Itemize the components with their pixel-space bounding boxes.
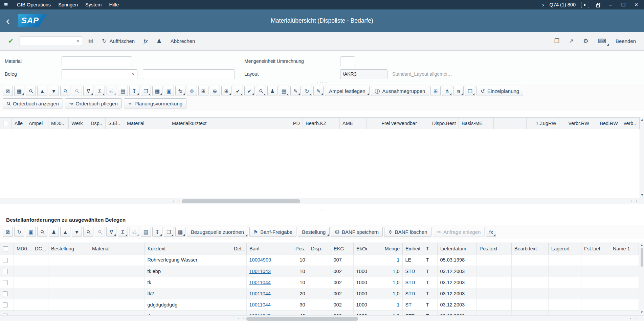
grid1-vertical-scrollbar[interactable]: ▲ ▼ xyxy=(640,117,644,198)
filter-icon[interactable]: ∇ xyxy=(83,86,93,96)
scrollbar-thumb[interactable] xyxy=(246,317,358,321)
table-row[interactable]: tk 10011045 40 002 1000 1,0 STD T 03.1 xyxy=(0,310,639,315)
col-banf[interactable]: Banf xyxy=(247,243,292,254)
bezugsquelle-zuordnen-button[interactable]: Bezugsquelle zuordnen xyxy=(187,227,248,237)
banf-link[interactable]: 10011045 xyxy=(249,313,271,316)
col-dc[interactable]: DC... xyxy=(32,243,48,254)
col-bestellung[interactable]: Bestellung xyxy=(48,243,89,254)
row-checkbox[interactable] xyxy=(3,258,8,263)
close-grid-icon[interactable]: ⊠ xyxy=(3,86,13,96)
menu-gib-operations[interactable]: GIB Operations xyxy=(13,2,54,7)
settings-icon[interactable]: ⚙ xyxy=(580,36,591,47)
gui-options-icon[interactable]: ⌨ xyxy=(595,36,609,47)
col-ekg[interactable]: EKG xyxy=(331,243,354,254)
mass-check-icon[interactable]: ✔ xyxy=(244,86,254,96)
banf-link[interactable]: 10011044 xyxy=(249,280,271,285)
filter-icon[interactable]: ∇ xyxy=(106,227,116,237)
scrollbar-thumb[interactable] xyxy=(641,248,643,267)
print-icon[interactable]: ▤ xyxy=(118,86,128,96)
scroll-down-icon[interactable]: ▼ xyxy=(640,194,644,197)
expand-icon[interactable]: ⊕ xyxy=(210,86,220,96)
scroll-right-icon[interactable]: › xyxy=(634,200,639,203)
sort-desc-icon[interactable]: ▼ xyxy=(72,227,82,237)
subtotal-icon[interactable]: ½ xyxy=(129,227,139,237)
chart-icon[interactable]: ≋ xyxy=(453,86,464,96)
formula-icon[interactable]: fx xyxy=(486,227,496,237)
new-session-icon[interactable]: ❐ xyxy=(552,36,562,47)
col-frei-verwendbar[interactable]: Frei verwendbar xyxy=(367,118,420,129)
subtotal-icon[interactable]: ½ xyxy=(106,86,116,96)
orderbuch-anzeigen-button[interactable]: ⚲Orderbuch anzeigen xyxy=(3,98,63,108)
row-checkbox[interactable] xyxy=(3,314,8,315)
refresh-button[interactable]: ↻ Auffrischen xyxy=(99,36,137,47)
row-checkbox[interactable] xyxy=(3,302,8,307)
table-row[interactable]: Rohrverlegung Wasser 10004909 10 007 1 L… xyxy=(0,254,639,266)
check-icon[interactable]: ✔ xyxy=(233,86,243,96)
col-bed-rw[interactable]: Bed.RW xyxy=(592,118,621,129)
col-bestrw[interactable] xyxy=(494,118,527,129)
scroll-down-icon[interactable]: ▼ xyxy=(639,311,644,314)
scroll-left-icon[interactable]: ‹ xyxy=(628,200,634,203)
overflow-chevron-icon[interactable]: › xyxy=(542,1,544,8)
scroll-right-icon[interactable]: › xyxy=(633,317,639,320)
grid2-vertical-scrollbar[interactable]: ▲ ▼ xyxy=(639,243,644,315)
close-button[interactable]: ✕ xyxy=(632,2,640,7)
close-grid-icon[interactable]: ⊠ xyxy=(3,227,13,237)
scroll-left-icon[interactable]: ‹ xyxy=(236,317,241,320)
sum-icon[interactable]: Σ xyxy=(118,227,128,237)
unlock-icon[interactable] xyxy=(595,1,601,8)
grid2-horizontal-scrollbar[interactable]: ‹ › ‹ › xyxy=(0,315,644,321)
layout-input[interactable] xyxy=(340,69,387,79)
col-lagerort[interactable]: Lagerort xyxy=(549,243,581,254)
sort-asc-icon[interactable]: ▲ xyxy=(37,86,47,96)
row-checkbox[interactable] xyxy=(3,280,8,285)
banf-link[interactable]: 10011043 xyxy=(249,269,271,274)
grid-splitter[interactable] xyxy=(0,204,644,215)
scroll-right-icon[interactable]: › xyxy=(241,317,246,320)
sum-icon[interactable]: Σ xyxy=(95,86,105,96)
partners-icon[interactable]: ♟ xyxy=(267,86,277,96)
beleg-select-input[interactable] xyxy=(62,70,129,79)
col-lieferdatum[interactable]: Lieferdatum xyxy=(438,243,477,254)
copy-layout-icon[interactable]: ❐ xyxy=(465,86,475,96)
col-ame[interactable]: AME xyxy=(340,118,367,129)
select-all-checkbox[interactable] xyxy=(3,246,8,251)
export-icon[interactable]: ↧ xyxy=(129,86,139,96)
chevron-down-icon[interactable]: ∨ xyxy=(74,36,82,46)
col-name1[interactable]: Name 1 xyxy=(610,243,639,254)
scrollbar-thumb[interactable] xyxy=(182,199,300,203)
col-verbr-rw[interactable]: Verbr.RW xyxy=(559,118,592,129)
bestellung-button[interactable]: Bestellung xyxy=(298,227,330,237)
print-variant-icon[interactable]: ▤ xyxy=(279,86,289,96)
col-ampel[interactable]: Ampel xyxy=(26,118,48,129)
anfrage-anlegen-button[interactable]: ✂Anfrage anlegen xyxy=(433,227,485,237)
hamburger-menu-icon[interactable]: ≡ xyxy=(4,1,8,8)
find-icon[interactable]: ⚲ xyxy=(83,227,93,237)
banf-link[interactable]: 10011044 xyxy=(249,291,271,296)
splitter-handle-icon[interactable] xyxy=(0,80,644,84)
orderbuch-pflegen-button[interactable]: ⇥Orderbuch pflegen xyxy=(65,98,122,108)
col-kurztext[interactable]: Kurztext xyxy=(145,243,231,254)
col-ekor[interactable]: EkOr xyxy=(354,243,377,254)
enter-button[interactable]: ✔ xyxy=(5,36,16,47)
export-icon[interactable]: ↧ xyxy=(152,227,162,237)
scroll-up-icon[interactable]: ▲ xyxy=(639,244,644,247)
scroll-up-icon[interactable]: ▲ xyxy=(640,118,644,121)
select-all-checkbox[interactable] xyxy=(3,121,8,126)
find-icon[interactable]: ⚲ xyxy=(60,86,70,96)
col-pos[interactable]: Pos. xyxy=(292,243,308,254)
menu-springen[interactable]: Springen xyxy=(54,2,82,7)
partners-icon[interactable]: ♟ xyxy=(49,227,59,237)
save-icon[interactable]: ⛁ xyxy=(86,36,96,47)
col-md0[interactable]: MD0... xyxy=(14,243,32,254)
refresh-grid-icon[interactable]: ↻ xyxy=(14,227,24,237)
col-bearb-text[interactable]: Bearb.text xyxy=(512,243,549,254)
formula-button[interactable]: fx xyxy=(141,36,150,47)
find-next-icon[interactable]: ⚲ xyxy=(72,86,82,96)
beleg-select[interactable]: ∨ xyxy=(62,69,137,79)
col-disp[interactable]: Disp. xyxy=(308,243,331,254)
edit-icon[interactable]: ✎ xyxy=(290,86,301,96)
note-icon[interactable]: ✎ xyxy=(313,86,324,96)
col-basis-me[interactable]: Basis-ME xyxy=(459,118,494,129)
col-t[interactable]: T xyxy=(423,243,438,254)
